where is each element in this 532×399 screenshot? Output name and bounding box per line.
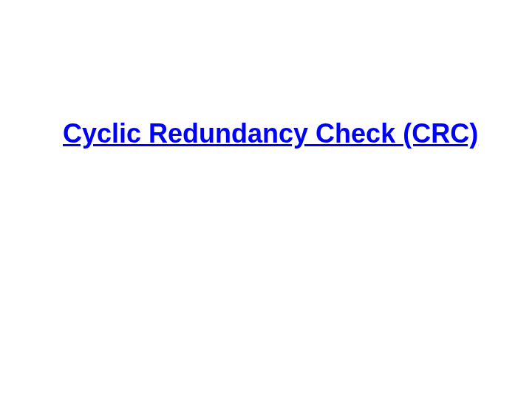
slide-title: Cyclic Redundancy Check (CRC) bbox=[63, 118, 478, 149]
